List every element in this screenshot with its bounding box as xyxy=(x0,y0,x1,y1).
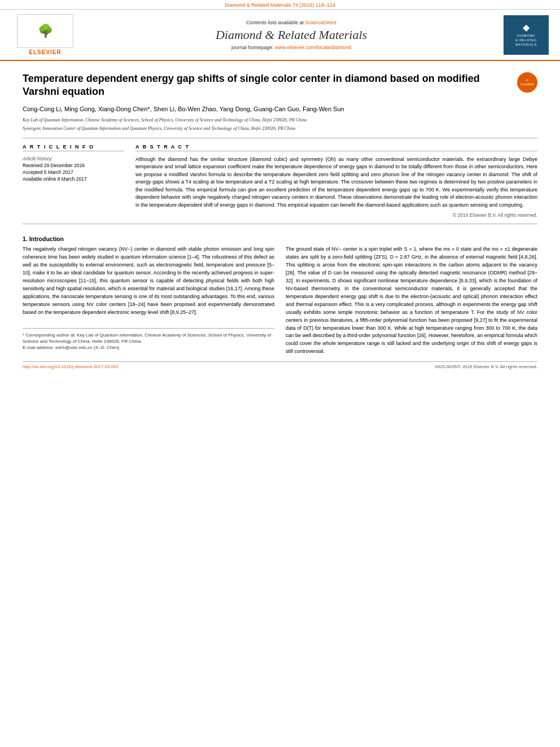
doi-link[interactable]: http://dx.doi.org/10.1016/j.diamond.2017… xyxy=(23,364,119,369)
journal-center: Contents lists available at ScienceDirec… xyxy=(79,20,504,50)
diamond-icon: ◆ xyxy=(523,22,530,33)
journal-header-bar: Diamond & Related Materials 74 (2016) 11… xyxy=(0,0,560,10)
abstract-text: Although the diamond has the similar str… xyxy=(135,156,537,209)
divider-after-authors xyxy=(23,138,537,138)
footer-copyright: 0925-9635/© 2016 Elsevier B.V. All right… xyxy=(435,364,537,369)
article-title-section: Temperature dependent energy gap shifts … xyxy=(23,67,537,99)
accepted-date: Accepted 5 March 2017 xyxy=(23,169,124,175)
copyright-line: © 2016 Elsevier B.V. All rights reserved… xyxy=(135,212,537,218)
article-info-abstract: A R T I C L E I N F O Article history: R… xyxy=(23,144,537,219)
body-two-col: 1. Introduction The negatively charged n… xyxy=(23,230,537,356)
intro-text-left: The negatively charged nitrogen vacancy … xyxy=(23,246,274,316)
divider-after-abstract xyxy=(23,224,537,224)
homepage-text: journal homepage: xyxy=(231,45,274,50)
elsevier-label: ELSEVIER xyxy=(29,49,61,55)
article-history-label: Article history: xyxy=(23,156,124,161)
footnote-star: * Corresponding author at: Key Lab of Qu… xyxy=(23,332,274,344)
footnote-section: * Corresponding author at: Key Lab of Qu… xyxy=(23,328,274,351)
affiliation1: Key Lab of Quantum Information, Chinese … xyxy=(23,117,537,123)
elsevier-tree-icon: 🌳 xyxy=(38,25,53,37)
footnote-email: E-mail address: xdch@ustc.edu.cn (X.-D. … xyxy=(23,344,274,351)
footnote-email-label: E-mail address: xyxy=(23,345,54,350)
article-info-header: A R T I C L E I N F O xyxy=(23,144,124,151)
crossmark-label: CrossMark xyxy=(520,82,534,86)
body-left: 1. Introduction The negatively charged n… xyxy=(23,230,274,356)
contents-line: Contents lists available at ScienceDirec… xyxy=(79,20,504,25)
intro-text-right: The ground state of NV− center is a spin… xyxy=(286,246,537,356)
journal-title: Diamond & Related Materials xyxy=(79,28,504,42)
article-info-col: A R T I C L E I N F O Article history: R… xyxy=(23,144,124,219)
main-content: Temperature dependent energy gap shifts … xyxy=(0,61,560,375)
affiliation2: Synergetic Innovation Center of Quantum … xyxy=(23,125,537,132)
diamond-logo-box: ◆ DIAMOND& RELATEDMATERIALS xyxy=(504,15,549,55)
top-banner: 🌳 ELSEVIER Contents lists available at S… xyxy=(0,10,560,61)
body-right: The ground state of NV− center is a spin… xyxy=(286,230,537,356)
contents-text: Contents lists available at xyxy=(246,20,304,25)
footnote-email-value: xdch@ustc.edu.cn (X.-D. Chen). xyxy=(55,345,120,350)
available-date: Available online 8 March 2017 xyxy=(23,176,124,182)
journal-homepage: journal homepage: www.elsevier.com/locat… xyxy=(79,45,504,50)
article-title: Temperature dependent energy gap shifts … xyxy=(23,72,517,99)
received-date: Received 29 December 2016 xyxy=(23,163,124,168)
elsevier-logo-box: 🌳 xyxy=(17,14,73,48)
intro-title: 1. Introduction xyxy=(23,235,274,242)
abstract-col: A B S T R A C T Although the diamond has… xyxy=(135,144,537,219)
homepage-url[interactable]: www.elsevier.com/locate/diamond xyxy=(275,45,351,50)
footer-bar: http://dx.doi.org/10.1016/j.diamond.2017… xyxy=(23,361,537,369)
crossmark-inner: ✔CrossMark xyxy=(520,78,534,86)
abstract-header: A B S T R A C T xyxy=(135,144,537,151)
elsevier-logo: 🌳 ELSEVIER xyxy=(11,14,79,55)
diamond-words: DIAMOND& RELATEDMATERIALS xyxy=(515,34,537,47)
sciencedirect-link[interactable]: ScienceDirect xyxy=(305,20,337,25)
authors: Cong-Cong Li, Ming Gong, Xiang-Dong Chen… xyxy=(23,104,537,114)
crossmark-badge: ✔CrossMark xyxy=(517,72,537,93)
